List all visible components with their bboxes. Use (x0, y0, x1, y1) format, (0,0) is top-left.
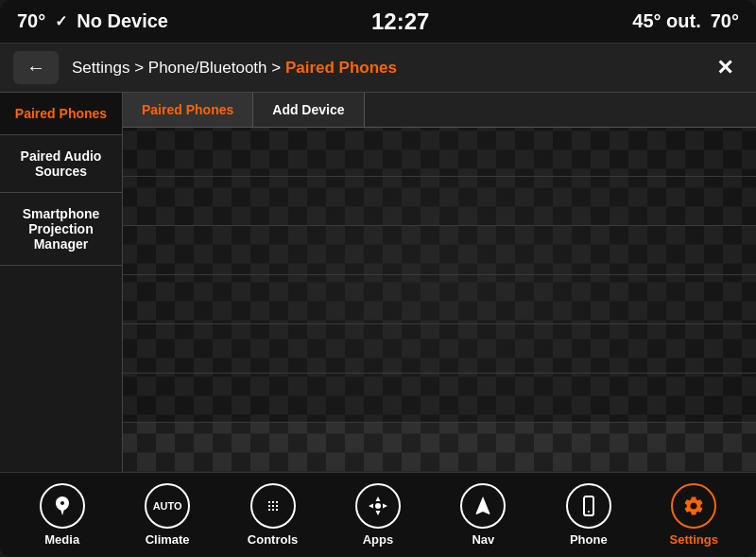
outside-temp: 45° out. (632, 10, 700, 32)
list-row-6 (123, 374, 756, 423)
close-button[interactable]: ✕ (707, 52, 743, 84)
nav-item-apps[interactable]: Apps (340, 483, 416, 547)
nav-item-settings[interactable]: Settings (656, 483, 731, 547)
media-icon (40, 483, 85, 529)
temp-right: 70° (711, 10, 739, 32)
list-row-3 (123, 226, 756, 275)
tab-bar: Paired Phones Add Device (123, 93, 756, 128)
controls-icon (250, 483, 296, 529)
settings-icon (671, 483, 716, 529)
temp-left: 70° (17, 10, 45, 32)
breadcrumb-static: Settings > Phone/Bluetooth > (72, 59, 285, 77)
settings-label: Settings (670, 532, 718, 547)
bottom-nav: Media AUTO Climate Controls Apps (0, 472, 756, 557)
sidebar-item-smartphone-projection[interactable]: Smartphone Projection Manager (0, 193, 122, 266)
nav-bar: ← Settings > Phone/Bluetooth > Paired Ph… (0, 44, 756, 93)
nav-item-controls[interactable]: Controls (235, 483, 311, 547)
climate-label: Climate (146, 532, 190, 547)
sidebar-item-paired-phones[interactable]: Paired Phones (0, 93, 122, 135)
nav-icon (460, 483, 506, 529)
back-button[interactable]: ← (13, 51, 59, 84)
status-time: 12:27 (371, 9, 429, 35)
sidebar: Paired Phones Paired Audio Sources Smart… (0, 93, 123, 472)
paired-phones-list (123, 128, 756, 423)
apps-icon (355, 483, 401, 529)
list-row-4 (123, 275, 756, 324)
auto-text: AUTO (153, 500, 182, 512)
list-row-1 (123, 128, 756, 177)
svg-point-0 (375, 503, 381, 509)
no-device-label: No Device (77, 10, 168, 32)
svg-point-2 (588, 511, 590, 513)
status-right: 45° out. 70° (632, 10, 739, 32)
nav-item-nav[interactable]: Nav (445, 483, 521, 547)
media-label: Media (44, 532, 79, 547)
list-row-5 (123, 324, 756, 374)
phone-icon (566, 483, 611, 529)
nav-label: Nav (472, 532, 494, 547)
controls-label: Controls (248, 532, 298, 547)
breadcrumb-highlight: Paired Phones (285, 59, 397, 77)
status-left: 70° ✓ No Device (17, 10, 168, 32)
apps-label: Apps (363, 532, 394, 547)
sidebar-item-paired-audio[interactable]: Paired Audio Sources (0, 135, 122, 193)
phone-label: Phone (570, 532, 608, 547)
nav-item-climate[interactable]: AUTO Climate (129, 483, 205, 547)
tab-paired-phones[interactable]: Paired Phones (123, 93, 253, 127)
breadcrumb: Settings > Phone/Bluetooth > Paired Phon… (72, 59, 707, 78)
nav-item-phone[interactable]: Phone (551, 483, 627, 547)
tab-add-device[interactable]: Add Device (253, 93, 364, 127)
climate-icon: AUTO (145, 483, 190, 529)
list-row-2 (123, 177, 756, 226)
content-area: Paired Phones Add Device (123, 93, 756, 472)
main-content: Paired Phones Paired Audio Sources Smart… (0, 93, 756, 472)
nav-item-media[interactable]: Media (25, 483, 100, 547)
bluetooth-icon: ✓ (55, 12, 67, 30)
status-bar: 70° ✓ No Device 12:27 45° out. 70° (0, 0, 756, 44)
